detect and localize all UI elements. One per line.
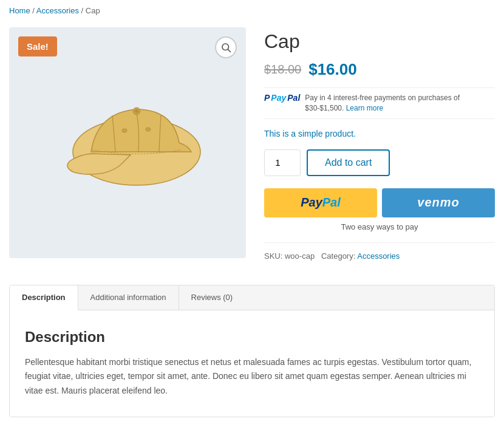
tab-reviews[interactable]: Reviews (0) <box>179 285 245 310</box>
page-wrapper: Home / Accessories / Cap Sale! <box>0 0 504 423</box>
simple-product-text: This is a simple product. <box>264 129 495 138</box>
svg-point-6 <box>146 128 151 131</box>
product-image <box>43 76 213 210</box>
easy-pay-text: Two easy ways to pay <box>264 222 495 231</box>
price-old: $18.00 <box>264 63 301 77</box>
price-new: $16.00 <box>308 60 357 79</box>
category-label: Category: <box>321 251 355 261</box>
description-heading: Description <box>25 329 479 346</box>
product-details-column: Cap $18.00 $16.00 PPayPal Pay in 4 inter… <box>264 27 495 261</box>
price-row: $18.00 $16.00 <box>264 60 495 79</box>
tabs-section: Description Additional information Revie… <box>9 285 495 417</box>
learn-more-link[interactable]: Learn more <box>346 104 383 112</box>
breadcrumb-home[interactable]: Home <box>9 6 30 15</box>
svg-point-5 <box>122 129 127 132</box>
quantity-input[interactable] <box>264 149 301 176</box>
product-area: Sale! <box>9 27 495 261</box>
paypal-notice-text: Pay in 4 interest-free payments on purch… <box>305 93 495 114</box>
product-title: Cap <box>264 30 495 53</box>
svg-point-4 <box>135 109 138 113</box>
product-image-wrapper: Sale! <box>9 27 246 258</box>
zoom-button[interactable] <box>215 36 237 58</box>
tab-content-description: Description Pellentesque habitant morbi … <box>10 310 494 417</box>
sale-badge: Sale! <box>18 36 57 56</box>
tab-additional-information[interactable]: Additional information <box>78 285 179 310</box>
sku-value: woo-cap <box>285 251 315 261</box>
paypal-notice: PPayPal Pay in 4 interest-free payments … <box>264 87 495 119</box>
tab-description[interactable]: Description <box>10 285 78 310</box>
breadcrumb-current: Cap <box>86 6 100 15</box>
svg-line-1 <box>228 49 230 52</box>
payment-buttons: PayPal venmo <box>264 188 495 217</box>
category-link[interactable]: Accessories <box>357 251 400 261</box>
paypal-checkout-button[interactable]: PayPal <box>264 188 377 217</box>
add-to-cart-button[interactable]: Add to cart <box>307 149 390 176</box>
paypal-logo-small: PPayPal <box>264 93 300 103</box>
product-meta: SKU: woo-cap Category: Accessories <box>264 242 495 261</box>
add-to-cart-row: Add to cart <box>264 149 495 176</box>
breadcrumb: Home / Accessories / Cap <box>9 6 495 15</box>
description-body: Pellentesque habitant morbi tristique se… <box>25 355 479 398</box>
venmo-checkout-button[interactable]: venmo <box>382 188 495 217</box>
breadcrumb-accessories[interactable]: Accessories <box>36 6 79 15</box>
product-image-column: Sale! <box>9 27 246 261</box>
sku-label: SKU: <box>264 251 282 261</box>
tabs-header: Description Additional information Revie… <box>10 285 494 310</box>
